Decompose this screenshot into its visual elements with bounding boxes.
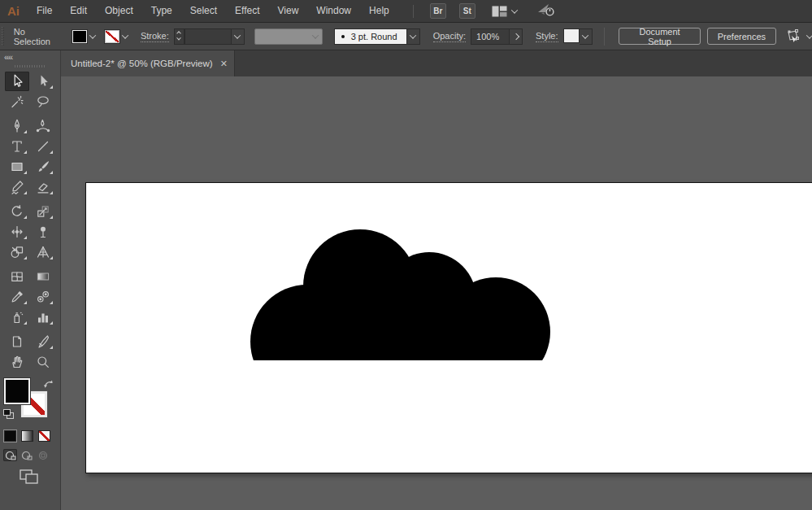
close-icon[interactable]: ✕ [220, 59, 228, 69]
menubar-divider [413, 5, 414, 18]
select-similar-options[interactable] [786, 29, 812, 44]
draw-behind-icon[interactable] [20, 449, 33, 461]
stock-button[interactable]: St [459, 3, 475, 19]
bridge-button[interactable]: Br [430, 3, 446, 19]
hand-tool[interactable] [5, 352, 29, 372]
hand-icon [9, 354, 25, 370]
type-tool[interactable] [5, 137, 29, 156]
menu-item-file[interactable]: File [28, 0, 61, 22]
double-chevron-left-icon[interactable]: «« [4, 52, 12, 62]
screen-mode-icon[interactable] [20, 469, 60, 489]
artboard-tool[interactable] [5, 332, 29, 351]
draw-inside-icon[interactable] [36, 449, 50, 461]
color-button[interactable] [4, 430, 16, 442]
shaper-tool[interactable] [5, 177, 29, 197]
scale-tool[interactable] [31, 202, 55, 221]
stroke-width-spinner[interactable] [174, 28, 185, 45]
fill-color-dropdown[interactable] [72, 30, 95, 43]
document-setup-button[interactable]: Document Setup [619, 28, 700, 45]
document-tab-bar: Untitled-2* @ 50% (RGB/Preview) ✕ [61, 50, 812, 76]
document-tab-title: Untitled-2* @ 50% (RGB/Preview) [71, 59, 214, 68]
tool-row [0, 177, 60, 197]
shape-builder-tool[interactable] [5, 242, 29, 262]
direct-selection-tool[interactable] [31, 72, 55, 91]
brush-definition-select[interactable]: 3 pt. Round [334, 28, 407, 45]
slice-tool[interactable] [31, 332, 55, 351]
fill-color-swatch[interactable] [72, 30, 87, 43]
style-chevron[interactable] [580, 28, 593, 45]
width-icon [9, 224, 25, 240]
preferences-button[interactable]: Preferences [707, 28, 776, 45]
stroke-label[interactable]: Stroke: [141, 31, 169, 42]
blend-tool[interactable] [31, 287, 55, 307]
opacity-label[interactable]: Opacity: [433, 31, 466, 42]
opacity-input[interactable]: 100% [471, 28, 510, 45]
tools-panel-grip[interactable] [15, 65, 46, 68]
tool-row [0, 352, 60, 372]
gradient-tool[interactable] [31, 267, 55, 286]
stroke-width-select[interactable] [185, 28, 232, 45]
draw-mode-buttons [0, 449, 60, 461]
rotate-icon [9, 203, 25, 220]
workspace-switcher[interactable] [492, 6, 517, 17]
gradient-icon [35, 268, 51, 285]
selection-tool[interactable] [5, 72, 29, 91]
menu-item-window[interactable]: Window [307, 0, 360, 22]
menu-item-effect[interactable]: Effect [226, 0, 268, 22]
curvature-tool[interactable] [31, 116, 55, 136]
default-fill-stroke-icon[interactable] [3, 409, 15, 420]
line-segment-tool[interactable] [31, 137, 55, 156]
gpu-performance-icon[interactable] [536, 2, 556, 20]
eyedropper-tool[interactable] [5, 287, 29, 307]
mesh-tool[interactable] [5, 267, 29, 286]
puppet-warp-icon [35, 224, 51, 240]
menu-item-type[interactable]: Type [142, 0, 181, 22]
perspective-grid-tool[interactable] [31, 242, 55, 262]
stroke-width-chevron[interactable] [232, 28, 245, 45]
eraser-tool[interactable] [31, 177, 55, 197]
rectangle-tool[interactable] [5, 157, 29, 177]
style-label[interactable]: Style: [536, 31, 558, 42]
line-segment-icon [35, 138, 51, 155]
rotate-tool[interactable] [5, 202, 29, 221]
canvas-area[interactable] [61, 76, 812, 510]
menu-item-select[interactable]: Select [181, 0, 226, 22]
curvature-icon [35, 118, 51, 134]
magic-wand-tool[interactable] [5, 92, 29, 111]
column-graph-tool[interactable] [31, 307, 55, 327]
document-tab[interactable]: Untitled-2* @ 50% (RGB/Preview) ✕ [61, 50, 235, 76]
symbol-sprayer-tool[interactable] [5, 307, 29, 327]
direct-selection-icon [35, 73, 51, 89]
chevron-down-icon[interactable] [89, 32, 96, 38]
draw-normal-icon[interactable] [3, 449, 17, 461]
puppet-warp-tool[interactable] [31, 222, 55, 242]
tool-row [0, 137, 60, 156]
swap-arrows-icon[interactable] [43, 378, 54, 393]
stroke-none-swatch[interactable] [105, 30, 119, 43]
menu-item-help[interactable]: Help [360, 0, 398, 22]
none-button[interactable] [38, 430, 50, 442]
zoom-tool[interactable] [31, 352, 55, 372]
tools-panel: «« [0, 50, 61, 510]
opacity-chevron[interactable] [510, 28, 523, 45]
gradient-button[interactable] [21, 430, 33, 442]
brush-definition-chevron[interactable] [407, 28, 420, 45]
spinner-down-icon[interactable] [176, 36, 181, 41]
menu-item-view[interactable]: View [269, 0, 308, 22]
width-tool[interactable] [5, 222, 29, 242]
style-swatch[interactable] [563, 28, 580, 43]
paintbrush-tool[interactable] [31, 157, 55, 177]
menu-item-object[interactable]: Object [96, 0, 142, 22]
menu-item-edit[interactable]: Edit [61, 0, 96, 22]
mesh-icon [9, 268, 25, 285]
slice-icon [35, 333, 51, 350]
chevron-down-icon[interactable] [122, 32, 128, 38]
lasso-tool[interactable] [31, 92, 55, 111]
pen-tool[interactable] [5, 116, 29, 136]
fill-swatch[interactable] [4, 378, 30, 404]
perspective-grid-icon [35, 244, 51, 260]
fill-stroke-control [0, 377, 60, 424]
panel-grip[interactable] [2, 27, 4, 46]
artboard[interactable] [85, 182, 812, 473]
stroke-color-dropdown[interactable] [105, 30, 128, 43]
